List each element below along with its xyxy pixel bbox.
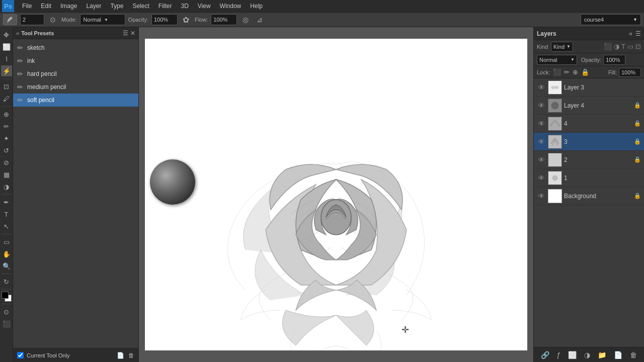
layers-panel-menu-icon[interactable]: ☰	[635, 30, 641, 37]
filter-toggle[interactable]: ⊡	[635, 43, 641, 50]
rect-shape-tool[interactable]: ▭	[1, 236, 12, 247]
crop-tool[interactable]: ⊡	[1, 81, 12, 92]
mode-dropdown[interactable]: Normal ▼	[80, 14, 125, 25]
link-layers-btn[interactable]: 🔗	[541, 351, 549, 359]
svg-rect-5	[548, 117, 561, 130]
flow-input[interactable]: 100%	[211, 14, 237, 25]
layer-visibility-layer4[interactable]: 👁	[537, 101, 546, 110]
lock-all-icon[interactable]: 🔒	[581, 68, 589, 76]
add-mask-btn[interactable]: ⬜	[568, 351, 577, 359]
history-brush-tool[interactable]: ↺	[1, 145, 12, 156]
eraser-tool[interactable]: ⊘	[1, 157, 12, 168]
menu-window[interactable]: Window	[216, 2, 246, 11]
eyedropper-tool[interactable]: 🖊	[1, 93, 12, 104]
layer-visibility-bg[interactable]: 👁	[537, 192, 546, 201]
magic-wand-tool[interactable]: ⚡	[1, 65, 12, 76]
filter-pixel-icon[interactable]: ⬛	[604, 43, 612, 50]
layer-visibility-3b[interactable]: 👁	[537, 137, 546, 146]
screen-mode-tool[interactable]: ⬛	[1, 318, 12, 329]
move-tool[interactable]: ✥	[1, 29, 12, 40]
lock-label: Lock:	[537, 69, 550, 75]
layers-opacity-input[interactable]: 100%	[603, 55, 625, 65]
layer-item-2[interactable]: 👁 2 🔒	[534, 151, 644, 169]
panel-menu-icon[interactable]: ☰	[123, 30, 128, 37]
stylus-pressure-icon[interactable]: ◎	[240, 14, 251, 25]
workspace-selector[interactable]: course4 ▼	[581, 14, 641, 25]
layer-lock-bg: 🔒	[634, 193, 641, 199]
preset-item-hard-pencil[interactable]: ✏ hard pencil	[13, 67, 138, 80]
layers-kind-dropdown[interactable]: Kind ▼	[551, 42, 573, 52]
type-tool[interactable]: T	[1, 209, 12, 220]
current-tool-only-checkbox[interactable]	[17, 352, 24, 358]
filter-shape-icon[interactable]: ▭	[627, 43, 633, 50]
layer-item-1[interactable]: 👁 1	[534, 169, 644, 187]
brush-tool[interactable]: ✏	[1, 121, 12, 132]
gradient-tool[interactable]: ▦	[1, 169, 12, 180]
layer-item-4b[interactable]: 👁 4 🔒	[534, 115, 644, 133]
opacity-input[interactable]: 100%	[151, 14, 178, 25]
zoom-tool[interactable]: 🔍	[1, 260, 12, 272]
layer-visibility-1[interactable]: 👁	[537, 173, 546, 183]
filter-adjust-icon[interactable]: ◑	[614, 43, 619, 50]
add-preset-icon[interactable]: 📄	[117, 352, 124, 359]
collapse-tool-presets-icon[interactable]: «	[16, 30, 19, 36]
foreground-color[interactable]	[2, 292, 9, 299]
preset-item-soft-pencil[interactable]: ✏ soft pencil	[13, 94, 138, 107]
layer-visibility-4b[interactable]: 👁	[537, 119, 546, 128]
menu-filter[interactable]: Filter	[154, 2, 176, 11]
layer-item-background[interactable]: 👁 Background 🔒	[534, 187, 644, 205]
preset-item-ink[interactable]: ✏ ink	[13, 54, 138, 67]
new-group-btn[interactable]: 📁	[598, 351, 606, 359]
path-select-tool[interactable]: ↖	[1, 221, 12, 232]
menu-edit[interactable]: Edit	[37, 2, 55, 11]
menu-view[interactable]: View	[194, 2, 215, 11]
brush-preset-picker[interactable]	[3, 14, 17, 25]
pen-tool[interactable]: ✒	[1, 197, 12, 208]
layer-visibility-2[interactable]: 👁	[537, 155, 546, 164]
dodge-tool[interactable]: ◑	[1, 181, 12, 192]
white-canvas[interactable]: ✛	[145, 39, 527, 350]
menu-layer[interactable]: Layer	[82, 2, 105, 11]
menu-file[interactable]: File	[18, 2, 36, 11]
layer-item-layer4[interactable]: 👁 Layer 4 🔒	[534, 97, 644, 115]
svg-rect-7	[548, 153, 561, 166]
layer-item-layer3[interactable]: 👁 Layer 3	[534, 78, 644, 97]
preset-item-sketch[interactable]: ✏ sketch	[13, 41, 138, 54]
brush-size-input[interactable]: 2	[20, 14, 44, 25]
menu-select[interactable]: Select	[128, 2, 153, 11]
brush-options-icon[interactable]: ⊙	[47, 14, 58, 25]
spot-heal-tool[interactable]: ⊕	[1, 109, 12, 120]
menu-image[interactable]: Image	[56, 2, 81, 11]
add-style-btn[interactable]: ƒ	[557, 351, 561, 359]
lock-artboard-icon[interactable]: ⊕	[573, 68, 578, 76]
brush-angle-icon[interactable]: ⊿	[254, 14, 265, 25]
layers-fill-input[interactable]: 100%	[619, 68, 641, 77]
airbrush-icon[interactable]: ✿	[181, 14, 192, 25]
marquee-tool[interactable]: ⬜	[1, 41, 12, 52]
collapse-layers-icon[interactable]: «	[629, 30, 632, 37]
close-panel-icon[interactable]: ✕	[130, 30, 135, 37]
color-swatch[interactable]	[2, 292, 12, 302]
rotate-view-tool[interactable]: ↻	[1, 276, 12, 287]
delete-layer-btn[interactable]: 🗑	[630, 351, 637, 359]
lock-pixels-icon[interactable]: ⬛	[553, 68, 561, 76]
menubar: Ps File Edit Image Layer Type Select Fil…	[0, 0, 644, 12]
hand-tool[interactable]: ✋	[1, 248, 12, 259]
lasso-tool[interactable]: ⌇	[1, 53, 12, 64]
lock-position-icon[interactable]: ✏	[564, 68, 570, 76]
delete-preset-icon[interactable]: 🗑	[128, 352, 134, 359]
layer-mode-dropdown[interactable]: Normal ▼	[537, 55, 577, 65]
menu-help[interactable]: Help	[246, 2, 267, 11]
adjustment-layer-btn[interactable]: ◑	[584, 351, 590, 359]
layer-item-3b[interactable]: 👁 3 🔒	[534, 133, 644, 151]
preset-item-medium-pencil[interactable]: ✏ medium pencil	[13, 80, 138, 94]
canvas-area[interactable]: ✛	[139, 27, 533, 362]
filter-type-icon[interactable]: T	[621, 43, 625, 50]
ps-logo: Ps	[2, 0, 14, 12]
new-layer-btn[interactable]: 📄	[614, 351, 622, 359]
layer-visibility-layer3[interactable]: 👁	[537, 83, 546, 92]
quick-mask-tool[interactable]: ⊙	[1, 306, 12, 317]
stamp-tool[interactable]: ✦	[1, 133, 12, 144]
menu-3d[interactable]: 3D	[177, 2, 192, 11]
menu-type[interactable]: Type	[106, 2, 127, 11]
